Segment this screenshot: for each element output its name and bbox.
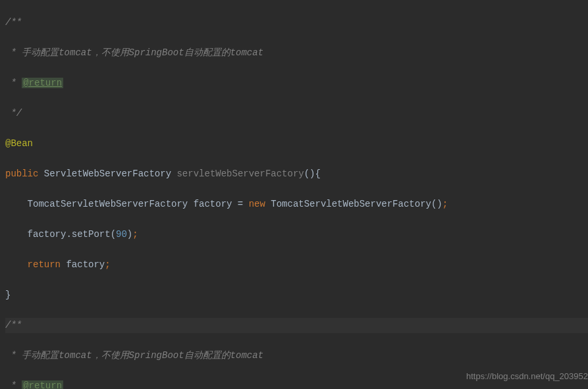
- signature: (){: [304, 169, 321, 179]
- semicolon: ;: [105, 259, 110, 270]
- keyword-new: new: [249, 199, 265, 209]
- doc-tag-return: @return: [22, 380, 63, 389]
- comment: * 手动配置tomcat，不使用SpringBoot自动配置的tomcat: [5, 47, 263, 58]
- code-text: factory.setPort(: [5, 229, 116, 240]
- annotation-bean: @Bean: [5, 138, 33, 149]
- semicolon: ;: [132, 229, 138, 240]
- comment: *: [5, 380, 22, 389]
- comment: * 手动配置tomcat，不使用SpringBoot自动配置的tomcat: [5, 350, 263, 361]
- comment: */: [5, 108, 22, 118]
- comment: /**: [5, 320, 22, 330]
- code-text: factory: [61, 259, 105, 270]
- keyword-return: return: [28, 259, 61, 270]
- comment: *: [5, 78, 22, 88]
- code-text: TomcatServletWebServerFactory(): [265, 199, 442, 209]
- comment: /**: [5, 17, 22, 28]
- keyword-public: public: [5, 169, 38, 179]
- doc-tag-return: @return: [22, 78, 63, 88]
- brace-close: }: [5, 290, 11, 300]
- semicolon: ;: [442, 199, 448, 209]
- method-name: servletWebServerFactory: [176, 169, 304, 179]
- code-text: ): [127, 229, 132, 240]
- code-editor[interactable]: /** * 手动配置tomcat，不使用SpringBoot自动配置的tomca…: [0, 0, 588, 389]
- return-type: ServletWebServerFactory: [38, 169, 176, 179]
- watermark-text: https://blog.csdn.net/qq_203952: [466, 369, 588, 384]
- code-text: TomcatServletWebServerFactory factory =: [5, 199, 249, 209]
- number-literal: 90: [116, 229, 127, 240]
